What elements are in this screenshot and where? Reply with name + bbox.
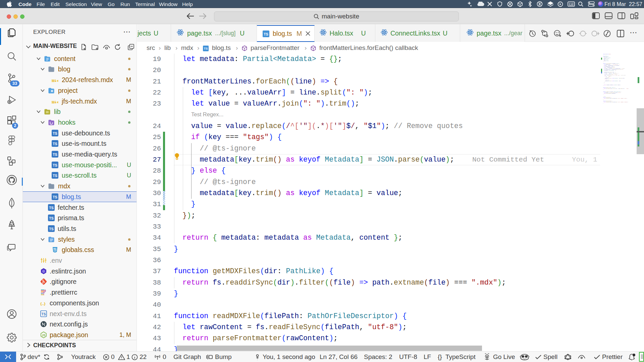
svg-text:TS: TS <box>53 174 57 178</box>
svg-text:JS: JS <box>42 334 45 337</box>
svg-text:TS: TS <box>53 153 57 157</box>
svg-text:{..}: {..} <box>40 302 46 306</box>
svg-text:M: M <box>52 79 55 83</box>
svg-text:TS: TS <box>49 205 53 209</box>
svg-text:TS: TS <box>53 163 57 167</box>
svg-text:TS: TS <box>41 312 46 316</box>
svg-text:TS: TS <box>53 195 57 199</box>
svg-text:TS: TS <box>53 142 57 146</box>
svg-text:TS: TS <box>53 131 57 135</box>
svg-text:M: M <box>52 101 55 104</box>
svg-text:TS: TS <box>49 227 53 231</box>
svg-text:TS: TS <box>264 32 268 36</box>
svg-text:TS: TS <box>49 216 53 220</box>
svg-text:TS: TS <box>204 47 208 50</box>
